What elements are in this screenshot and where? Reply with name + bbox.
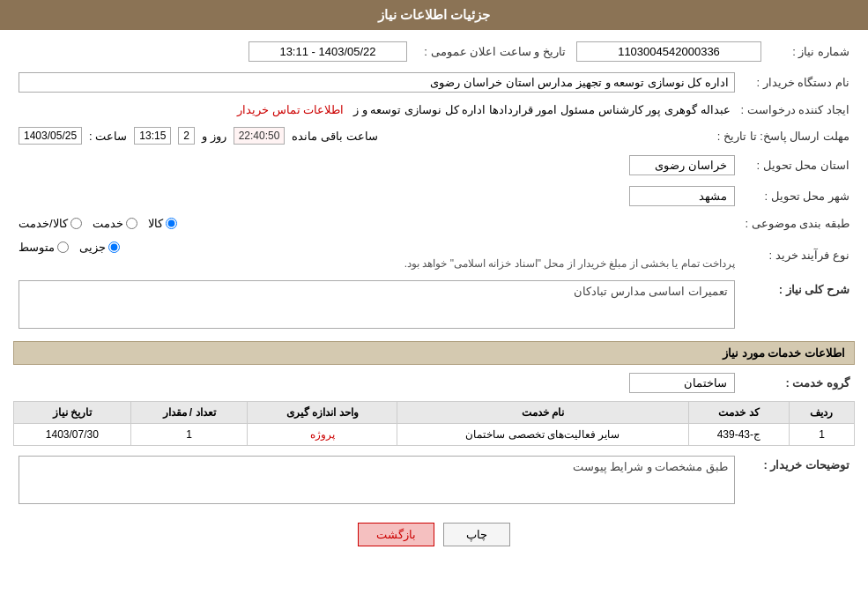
province-label: استان محل تحویل : bbox=[757, 159, 849, 172]
process-label: نوع فرآیند خرید : bbox=[769, 249, 849, 262]
category-khadamat-label: خدمت bbox=[93, 217, 123, 230]
buyer-desc-textarea[interactable] bbox=[19, 456, 735, 504]
cell-row-num: 1 bbox=[789, 424, 854, 446]
col-row-num: ردیف bbox=[789, 402, 854, 424]
buyer-desc-label: توضیحات خریدار : bbox=[763, 458, 849, 472]
need-number-value: 1103004542000336 bbox=[576, 41, 761, 62]
city-value: مشهد bbox=[629, 186, 735, 206]
category-khadamat-radio[interactable] bbox=[126, 218, 137, 229]
cell-count: 1 bbox=[130, 424, 248, 446]
category-label: طبقه بندی موضوعی : bbox=[746, 217, 849, 230]
button-row: چاپ بازگشت bbox=[13, 523, 855, 546]
process-jazii-option[interactable]: جزیی bbox=[79, 241, 120, 254]
process-note: پرداخت تمام یا بخشی از مبلغ خریدار از مح… bbox=[19, 257, 735, 270]
cell-date: 1403/07/30 bbox=[14, 424, 131, 446]
col-count: تعداد / مقدار bbox=[130, 402, 248, 424]
col-date: تاریخ نیاز bbox=[14, 402, 131, 424]
cell-name: سایر فعالیت‌های تخصصی ساختمان bbox=[397, 424, 689, 446]
deadline-time-label: ساعت : bbox=[89, 130, 127, 143]
buyer-value: اداره کل نوسازی توسعه و تجهیز مدارس استا… bbox=[19, 72, 735, 93]
deadline-remaining-label: ساعت باقی مانده bbox=[292, 130, 377, 143]
category-kala-khadamat-radio[interactable] bbox=[70, 218, 82, 229]
deadline-date: 1403/05/25 bbox=[19, 127, 82, 145]
process-jazii-label: جزیی bbox=[79, 241, 106, 254]
process-jazii-radio[interactable] bbox=[108, 241, 120, 253]
deadline-label: مهلت ارسال پاسخ: تا تاریخ : bbox=[717, 130, 849, 143]
description-label: شرح کلی نیاز : bbox=[779, 283, 849, 296]
creator-name: عبداله گوهری پور کارشناس مسئول امور قرار… bbox=[353, 103, 730, 116]
announce-label: تاریخ و ساعت اعلان عمومی : bbox=[424, 45, 566, 58]
category-kala-option[interactable]: کالا bbox=[148, 217, 177, 230]
description-textarea[interactable] bbox=[19, 280, 735, 329]
process-motavaset-option[interactable]: متوسط bbox=[19, 241, 69, 254]
col-code: کد خدمت bbox=[688, 402, 789, 424]
category-khadamat-option[interactable]: خدمت bbox=[93, 217, 137, 230]
category-kala-radio[interactable] bbox=[166, 218, 177, 229]
deadline-day-label: روز و bbox=[202, 130, 226, 143]
deadline-time: 13:15 bbox=[134, 127, 171, 145]
process-motavaset-radio[interactable] bbox=[57, 241, 69, 253]
service-group-value: ساختمان bbox=[629, 373, 735, 393]
city-label: شهر محل تحویل : bbox=[765, 189, 849, 203]
category-kala-label: کالا bbox=[148, 217, 163, 230]
col-name: نام خدمت bbox=[397, 402, 689, 424]
announce-value: 1403/05/22 - 13:11 bbox=[249, 41, 407, 62]
creator-link[interactable]: اطلاعات تماس خریدار bbox=[237, 103, 344, 116]
cell-code: ج-43-439 bbox=[688, 424, 789, 446]
need-number-label: شماره نیاز : bbox=[792, 45, 849, 58]
buyer-label: نام دستگاه خریدار : bbox=[757, 76, 849, 89]
deadline-day-value: 2 bbox=[178, 127, 195, 145]
category-kala-khadamat-option[interactable]: کالا/خدمت bbox=[19, 217, 82, 230]
page-header: جزئیات اطلاعات نیاز bbox=[0, 0, 868, 30]
category-kala-khadamat-label: کالا/خدمت bbox=[19, 217, 68, 230]
services-table: ردیف کد خدمت نام خدمت واحد اندازه گیری ت… bbox=[13, 401, 855, 446]
deadline-remaining: 22:40:50 bbox=[234, 127, 286, 145]
col-unit: واحد اندازه گیری bbox=[248, 402, 397, 424]
province-value: خراسان رضوی bbox=[629, 155, 735, 175]
services-section-title: اطلاعات خدمات مورد نیاز bbox=[13, 341, 855, 365]
creator-label: ایجاد کننده درخواست : bbox=[741, 103, 849, 116]
cell-unit: پروژه bbox=[248, 424, 397, 446]
process-motavaset-label: متوسط bbox=[19, 241, 55, 254]
service-group-label: گروه خدمت : bbox=[785, 376, 849, 390]
print-button[interactable]: چاپ bbox=[443, 523, 510, 546]
page-title: جزئیات اطلاعات نیاز bbox=[378, 7, 490, 22]
table-row: 1 ج-43-439 سایر فعالیت‌های تخصصی ساختمان… bbox=[14, 424, 855, 446]
back-button[interactable]: بازگشت bbox=[358, 523, 434, 546]
